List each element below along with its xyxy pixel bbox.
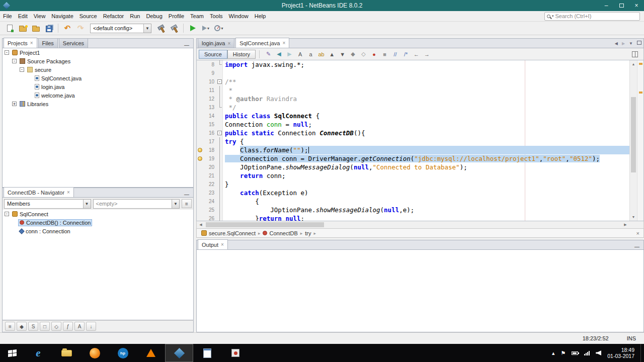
breadcrumb-item[interactable]: secure.SqlConnect	[200, 230, 257, 236]
scroll-tabs-left-icon[interactable]: ◀	[613, 41, 620, 46]
find-occurrence-icon[interactable]: a	[305, 49, 316, 59]
fold-margin[interactable]	[216, 146, 223, 154]
code-line[interactable]: 25 JOptionPane.showMessageDialog(null,e)…	[197, 206, 629, 214]
code-line[interactable]: 18 Class.forName("");	[197, 146, 629, 154]
toggle-bookmark-icon[interactable]: ◆	[348, 49, 358, 59]
code-line[interactable]: 17try {	[197, 137, 629, 146]
navigator-tree[interactable]: -SqlConnectConnectDB() : Connectionconn …	[2, 210, 194, 320]
code-line[interactable]: 10-/**	[197, 77, 629, 86]
tab-login.java[interactable]: login.java×	[198, 38, 234, 48]
tab-projects[interactable]: Projects×	[4, 38, 37, 48]
menu-file[interactable]: File	[0, 12, 15, 20]
fold-margin[interactable]	[216, 69, 223, 77]
tab-navigator[interactable]: ConnectDB - Navigator ×	[4, 187, 74, 197]
comment-icon[interactable]: //	[390, 49, 400, 59]
fold-margin[interactable]	[216, 163, 223, 171]
horizontal-scroll-track[interactable]	[205, 221, 621, 228]
menu-team[interactable]: Team	[187, 12, 207, 20]
minimize-group-button[interactable]: —	[180, 42, 193, 48]
fold-margin[interactable]	[216, 120, 223, 129]
filters-select[interactable]: <empty> ▼	[93, 199, 180, 209]
glyph-margin[interactable]	[197, 95, 204, 103]
glyph-margin[interactable]	[197, 69, 204, 77]
code-line[interactable]: 21 return conn;	[197, 171, 629, 180]
code-line[interactable]: 22}	[197, 180, 629, 189]
code-line[interactable]: 16-public static Connection ConnectDB(){	[197, 129, 629, 137]
close-tab-icon[interactable]: ×	[30, 40, 33, 46]
close-button[interactable]: ×	[629, 0, 644, 11]
project-tree-item[interactable]: -Project1	[3, 48, 193, 57]
error-stripe-mark[interactable]	[639, 63, 642, 65]
breadcrumb-item[interactable]: try	[303, 230, 312, 236]
last-edit-icon[interactable]: ✎	[263, 49, 274, 59]
fold-margin[interactable]	[216, 103, 223, 112]
new-project-icon[interactable]	[16, 22, 29, 34]
scroll-left-icon[interactable]: ◀	[197, 221, 205, 228]
menu-view[interactable]: View	[31, 12, 49, 20]
menu-edit[interactable]: Edit	[15, 12, 31, 20]
code-line[interactable]: 12 * @author Ravindra	[197, 95, 629, 103]
show-non-public-icon[interactable]: □	[40, 322, 50, 331]
project-tree-item[interactable]: -Source Packages	[3, 57, 193, 65]
close-tab-icon[interactable]: ×	[227, 41, 230, 46]
error-stripe-mark[interactable]	[639, 92, 642, 94]
glyph-margin[interactable]	[197, 206, 204, 214]
menu-window[interactable]: Window	[226, 12, 252, 20]
vertical-scrollbar-thumb[interactable]	[631, 97, 636, 172]
fold-collapse-icon[interactable]: -	[217, 79, 222, 84]
close-tab-icon[interactable]: ×	[282, 40, 285, 46]
open-project-icon[interactable]	[29, 22, 42, 34]
code-line[interactable]: 11 *	[197, 86, 629, 95]
collapse-icon[interactable]: -	[20, 67, 24, 72]
action-center-icon[interactable]: ⚑	[560, 350, 566, 356]
view-source[interactable]: Source	[199, 50, 227, 59]
taskbar-clock[interactable]: 18:49 01-03-2017	[607, 347, 640, 359]
tab-list-icon[interactable]: ▼	[627, 41, 635, 46]
breadcrumb-item[interactable]: ConnectDB	[261, 230, 299, 236]
toggle-highlight-icon[interactable]: ab	[316, 49, 327, 59]
code-line[interactable]: 8import javax.swing.*;	[197, 60, 629, 69]
show-fields-icon[interactable]: ◆	[17, 322, 27, 331]
project-tree-item[interactable]: -secure	[3, 65, 193, 74]
menu-tools[interactable]: Tools	[207, 12, 226, 20]
shift-left-icon[interactable]: ←	[411, 49, 422, 59]
members-select[interactable]: Members ▼	[4, 199, 91, 209]
save-all-icon[interactable]	[42, 22, 55, 34]
show-static-icon[interactable]: S	[28, 322, 38, 331]
insert-mode-indicator[interactable]: INS	[622, 334, 641, 342]
glyph-margin[interactable]	[197, 60, 204, 69]
quick-search-input[interactable]: ▾ Search (Ctrl+I)	[544, 12, 640, 21]
battery-icon[interactable]	[572, 351, 578, 355]
navigator-item[interactable]: conn : Connection	[3, 227, 193, 235]
project-tree-item[interactable]: login.java	[3, 82, 193, 91]
glyph-margin[interactable]	[197, 77, 204, 86]
config-select[interactable]: <default config> ▼	[90, 24, 151, 33]
glyph-margin[interactable]	[197, 197, 204, 206]
navigator-item[interactable]: -SqlConnect	[3, 210, 193, 218]
scroll-down-icon[interactable]: ▼	[630, 213, 637, 221]
error-stripe[interactable]	[637, 60, 643, 221]
glyph-margin[interactable]	[197, 129, 204, 137]
clean-build-icon[interactable]	[168, 22, 181, 34]
vlc-icon[interactable]	[137, 344, 165, 362]
collapse-icon[interactable]: -	[12, 59, 17, 63]
fold-margin[interactable]	[216, 154, 223, 163]
glyph-margin[interactable]	[197, 171, 204, 180]
back-icon[interactable]: ◀	[274, 49, 284, 59]
network-icon[interactable]	[584, 351, 590, 355]
glyph-margin[interactable]	[197, 180, 204, 189]
fold-margin[interactable]: -	[216, 77, 223, 86]
tab-SqlConnect.java[interactable]: SqlConnect.java×	[235, 38, 289, 48]
show-desktop-button[interactable]	[640, 344, 644, 362]
tab-services[interactable]: Services	[59, 38, 88, 48]
fold-margin[interactable]	[216, 171, 223, 180]
vertical-scrollbar[interactable]: ▲ ▼	[629, 60, 637, 221]
code-line[interactable]: 26 }return null;	[197, 214, 629, 221]
code-line[interactable]: 13 */	[197, 103, 629, 112]
fully-qualified-icon[interactable]: ƒ	[63, 322, 73, 331]
shift-right-icon[interactable]: →	[422, 49, 432, 59]
start-macro-icon[interactable]: ●	[369, 49, 379, 59]
fold-margin[interactable]	[216, 214, 223, 221]
tab-files[interactable]: Files	[38, 38, 58, 48]
fold-margin[interactable]	[216, 137, 223, 146]
